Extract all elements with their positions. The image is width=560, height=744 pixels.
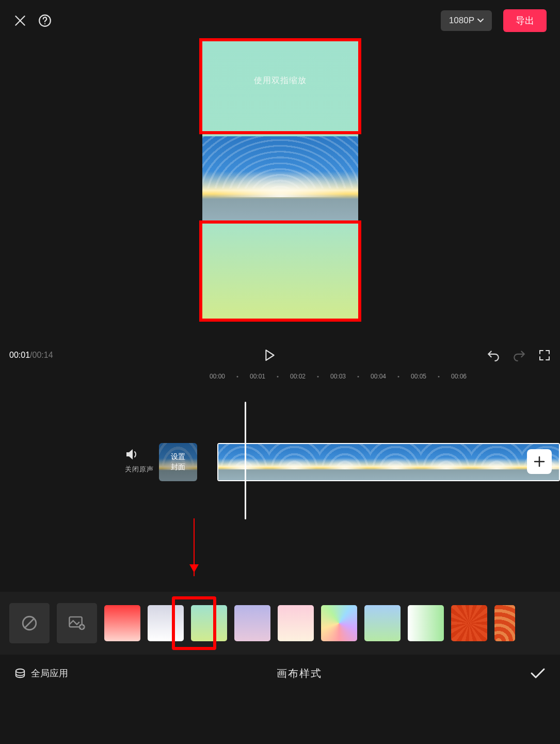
speaker-icon (125, 448, 139, 461)
confirm-button[interactable] (530, 667, 546, 679)
style-custom-image[interactable] (57, 603, 97, 643)
svg-point-1 (44, 23, 45, 24)
style-red-gradient[interactable] (104, 605, 140, 641)
clip-frame (269, 444, 320, 480)
clip-frame (421, 444, 472, 480)
ruler-tick: 00:05 (411, 373, 426, 380)
cover-label: 封面 (171, 462, 185, 472)
resolution-button[interactable]: 1080P (441, 10, 492, 31)
export-button[interactable]: 导出 (503, 9, 547, 32)
style-mint-gradient[interactable] (191, 605, 227, 641)
ruler-tick: 00:02 (290, 373, 306, 380)
ruler-dot (398, 376, 399, 377)
undo-button[interactable] (487, 349, 500, 361)
ruler-tick: 00:04 (371, 373, 386, 380)
duration: 00:14 (33, 351, 53, 360)
ruler-dot (358, 376, 359, 377)
style-bluegreen-gradient[interactable] (364, 605, 401, 641)
ruler-dot (317, 376, 319, 377)
resolution-label: 1080P (449, 15, 474, 26)
close-icon[interactable] (13, 14, 27, 27)
panel-title: 画布样式 (68, 667, 530, 680)
timeline-ruler[interactable]: 00:00 00:01 00:02 00:03 00:04 00:05 00:0… (0, 370, 560, 385)
svg-point-5 (16, 669, 25, 673)
clip-frame (471, 444, 522, 480)
mute-label: 关闭原声 (125, 465, 154, 474)
preview-media (202, 136, 358, 224)
clip-frame (370, 444, 421, 480)
canvas-style-strip[interactable] (0, 592, 560, 655)
clip-frame (218, 444, 269, 480)
fullscreen-button[interactable] (538, 349, 551, 361)
style-rainbow[interactable] (321, 605, 357, 641)
style-none[interactable] (9, 603, 50, 643)
current-time: 00:01 (9, 351, 30, 360)
style-white-gradient[interactable] (148, 605, 184, 641)
export-label: 导出 (516, 15, 534, 26)
ruler-tick: 00:03 (330, 373, 346, 380)
mute-original-audio[interactable]: 关闭原声 (125, 448, 154, 474)
cover-label: 设置 (171, 452, 185, 462)
add-clip-button[interactable] (527, 449, 552, 474)
ruler-tick: 00:01 (250, 373, 265, 380)
style-sunburst[interactable] (451, 605, 487, 641)
playhead[interactable] (245, 402, 246, 519)
set-cover-button[interactable]: 设置 封面 (159, 443, 197, 481)
annotation-arrow (194, 518, 195, 576)
ruler-tick: 00:00 (210, 373, 225, 380)
ruler-tick: 00:06 (451, 373, 467, 380)
apply-all-label: 全局应用 (31, 667, 68, 679)
timeline[interactable]: 关闭原声 设置 封面 (0, 385, 560, 592)
help-icon[interactable] (38, 14, 52, 27)
redo-button[interactable] (513, 349, 526, 361)
style-greenwhite-gradient[interactable] (408, 605, 444, 641)
ruler-dot (237, 376, 238, 377)
layers-icon (14, 668, 26, 679)
pinch-hint: 使用双指缩放 (202, 75, 358, 86)
clip-frame (319, 444, 371, 480)
video-clip[interactable] (217, 443, 560, 481)
play-button[interactable] (264, 349, 276, 361)
apply-all-button[interactable]: 全局应用 (14, 667, 68, 679)
canvas-bg-bottom (202, 224, 358, 319)
chevron-down-icon (477, 19, 484, 23)
canvas-bg-top: 使用双指缩放 (202, 41, 358, 136)
none-icon (21, 614, 38, 632)
preview-frame[interactable]: 使用双指缩放 (202, 41, 358, 319)
preview-area[interactable]: 使用双指缩放 (0, 41, 560, 341)
image-add-icon (68, 615, 86, 631)
plus-icon (533, 455, 546, 468)
check-icon (530, 667, 546, 679)
style-pink-gradient[interactable] (278, 605, 314, 641)
style-lavender-gradient[interactable] (234, 605, 270, 641)
ruler-dot (277, 376, 279, 377)
ruler-dot (438, 376, 440, 377)
style-wave[interactable] (494, 605, 515, 641)
